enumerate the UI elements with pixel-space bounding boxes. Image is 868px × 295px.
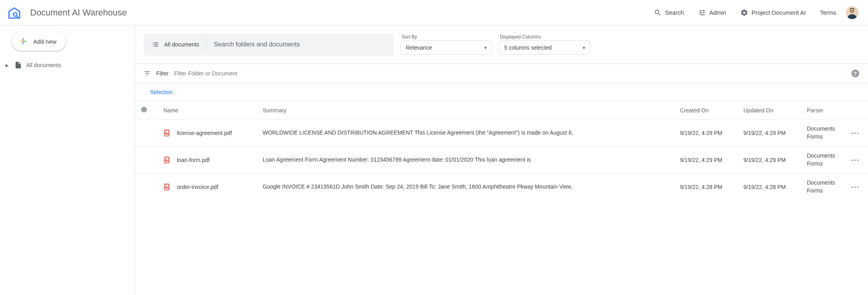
document-icon [14, 61, 22, 69]
column-header-parser[interactable]: Parser [801, 101, 844, 120]
plus-icon [18, 37, 28, 46]
column-select [135, 101, 157, 120]
search-scope-selector[interactable]: All documents [152, 38, 207, 51]
search-scope-label: All documents [164, 41, 199, 48]
sidebar-all-documents-label: All documents [26, 62, 61, 68]
row-parser-cell: DocumentsForms [801, 120, 844, 147]
displayed-columns-group: Displayed Columns 5 columns selected ▼ [499, 34, 590, 55]
sidebar: Add new ▶ All documents [0, 25, 135, 295]
row-name-cell: PDF loan-form.pdf [157, 147, 256, 174]
row-menu-cell: ⋯ [844, 147, 868, 174]
help-icon[interactable]: ? [851, 69, 859, 77]
row-name-cell: PDF license-agreement.pdf [157, 120, 256, 147]
column-header-updated[interactable]: Updated On [737, 101, 801, 120]
app-title: Document AI Warehouse [30, 8, 649, 18]
table-row[interactable]: PDF license-agreement.pdf WORLDWIDE LICE… [135, 120, 868, 147]
table-row[interactable]: PDF order-invoice.pdf Google INVOICE # 2… [135, 174, 868, 201]
app-header: Document AI Warehouse Search Admin Proje… [0, 0, 868, 25]
list-icon [152, 40, 159, 48]
header-terms-label: Terms [820, 9, 836, 16]
avatar-image [846, 6, 858, 19]
row-menu-cell: ⋯ [844, 174, 868, 201]
svg-text:PDF: PDF [165, 186, 169, 188]
filter-icon [144, 70, 151, 77]
expand-caret-icon: ▶ [6, 63, 10, 67]
row-parser-cell: DocumentsForms [801, 174, 844, 201]
header-terms-link[interactable]: Terms [815, 6, 841, 19]
table-row[interactable]: PDF loan-form.pdf Loan Agreement Form Ag… [135, 147, 868, 174]
row-created-cell: 9/19/22, 4:28 PM [674, 174, 737, 201]
row-summary-cell: Loan Agreement Form Agreement Number: 01… [256, 147, 674, 174]
select-all-radio[interactable] [141, 107, 147, 112]
row-updated-cell: 9/19/22, 4:29 PM [737, 120, 801, 147]
tune-icon [698, 9, 706, 17]
svg-text:PDF: PDF [165, 132, 169, 134]
row-name-cell: PDF order-invoice.pdf [157, 174, 256, 201]
row-updated-cell: 9/19/22, 4:28 PM [737, 174, 801, 201]
row-summary-cell: Google INVOICE # 23413561D John Smith Da… [256, 174, 674, 201]
filter-label: Filter [156, 70, 169, 77]
gear-icon [740, 9, 748, 17]
filter-input[interactable] [174, 70, 846, 77]
svg-point-5 [851, 10, 851, 11]
selection-tab-strip: Selection [135, 83, 868, 101]
header-project-button[interactable]: Project Document AI [735, 6, 810, 20]
column-header-created[interactable]: Created On [674, 101, 737, 120]
add-new-label: Add new [33, 38, 56, 45]
document-name: license-agreement.pdf [177, 130, 232, 136]
document-name: order-invoice.pdf [177, 184, 218, 190]
column-header-menu [844, 101, 868, 120]
row-select-cell [135, 174, 157, 201]
row-created-cell: 9/19/22, 4:29 PM [674, 120, 737, 147]
pdf-icon: PDF [163, 156, 171, 164]
row-parser-cell: DocumentsForms [801, 147, 844, 174]
header-search-button[interactable]: Search [649, 6, 689, 20]
main-panel: All documents Sort By Relevance ▼ Displa… [135, 25, 868, 295]
document-name: loan-form.pdf [177, 157, 209, 163]
search-input[interactable] [207, 33, 386, 56]
search-bar: All documents [144, 33, 394, 56]
column-header-name[interactable]: Name [157, 101, 256, 120]
add-new-button[interactable]: Add new [12, 32, 66, 51]
displayed-columns-value: 5 columns selected [504, 44, 552, 51]
row-created-cell: 9/19/22, 4:29 PM [674, 147, 737, 174]
sidebar-item-all-documents[interactable]: ▶ All documents [4, 58, 134, 72]
row-summary-cell: WORLDWIDE LICENSE AND DISTRIBUTION AGREE… [256, 120, 674, 147]
row-overflow-menu-icon[interactable]: ⋯ [851, 155, 860, 165]
user-avatar[interactable] [846, 6, 858, 19]
chevron-down-icon: ▼ [484, 46, 488, 50]
sort-by-select[interactable]: Relevance ▼ [401, 40, 492, 55]
row-updated-cell: 9/19/22, 4:29 PM [737, 147, 801, 174]
row-menu-cell: ⋯ [844, 120, 868, 147]
chevron-down-icon: ▼ [582, 46, 586, 50]
documents-table: Name Summary Created On Updated On Parse… [135, 101, 868, 201]
svg-point-6 [853, 10, 854, 11]
tab-selection[interactable]: Selection [150, 89, 173, 95]
header-search-label: Search [665, 9, 684, 16]
sort-by-group: Sort By Relevance ▼ [401, 34, 492, 55]
main-toolbar: All documents Sort By Relevance ▼ Displa… [135, 25, 868, 64]
svg-text:PDF: PDF [165, 159, 169, 161]
filter-bar: Filter ? [135, 64, 868, 83]
pdf-icon: PDF [163, 183, 171, 191]
row-overflow-menu-icon[interactable]: ⋯ [851, 182, 860, 192]
header-admin-label: Admin [709, 9, 726, 16]
header-actions: Search Admin Project Document AI Terms [649, 6, 858, 20]
displayed-columns-label: Displayed Columns [499, 34, 590, 40]
sort-by-label: Sort By [401, 34, 492, 40]
product-logo-icon [6, 5, 22, 21]
row-select-cell [135, 120, 157, 147]
sort-by-value: Relevance [406, 44, 432, 51]
header-admin-button[interactable]: Admin [693, 6, 731, 20]
row-overflow-menu-icon[interactable]: ⋯ [851, 128, 860, 138]
displayed-columns-select[interactable]: 5 columns selected ▼ [499, 40, 590, 55]
row-select-cell [135, 147, 157, 174]
pdf-icon: PDF [163, 129, 171, 137]
column-header-summary[interactable]: Summary [256, 101, 674, 120]
table-header-row: Name Summary Created On Updated On Parse… [135, 101, 868, 120]
header-project-label: Project Document AI [751, 9, 806, 16]
search-icon [654, 9, 662, 17]
